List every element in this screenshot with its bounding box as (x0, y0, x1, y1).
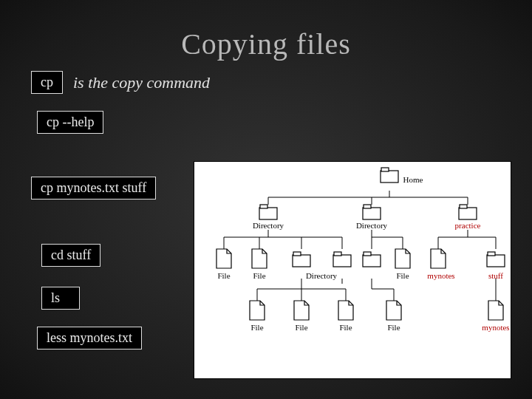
cmd-cp-help: cp --help (37, 111, 103, 134)
label-dir2: Directory (356, 221, 387, 230)
label-dir3: Directory (306, 271, 337, 280)
cmd-cd-stuff: cd stuff (41, 244, 100, 267)
label-file-c: File (396, 271, 409, 280)
cmd-cp: cp (31, 71, 63, 94)
cp-description: is the copy command (73, 73, 210, 92)
label-dir1: Directory (253, 221, 284, 230)
label-home: Home (403, 175, 423, 184)
label-file-e: File (295, 323, 307, 332)
label-file-b: File (253, 271, 265, 280)
label-file-g: File (387, 323, 400, 332)
label-file-f: File (339, 323, 352, 332)
cmd-ls: ls (41, 287, 80, 310)
filesystem-diagram: Home Directory Directory practice File F… (194, 161, 511, 379)
line1: cp is the copy command (31, 71, 210, 94)
slide-title: Copying files (0, 27, 532, 61)
cmd-less-mynotes: less mynotes.txt (37, 327, 142, 349)
label-stuff: stuff (488, 271, 503, 280)
label-mynotes2: mynotes (482, 323, 509, 332)
label-practice: practice (455, 221, 481, 230)
label-file-a: File (217, 271, 230, 280)
label-file-d: File (250, 323, 263, 332)
label-mynotes: mynotes (427, 271, 454, 280)
cmd-cp-mynotes: cp mynotes.txt stuff (31, 177, 156, 200)
